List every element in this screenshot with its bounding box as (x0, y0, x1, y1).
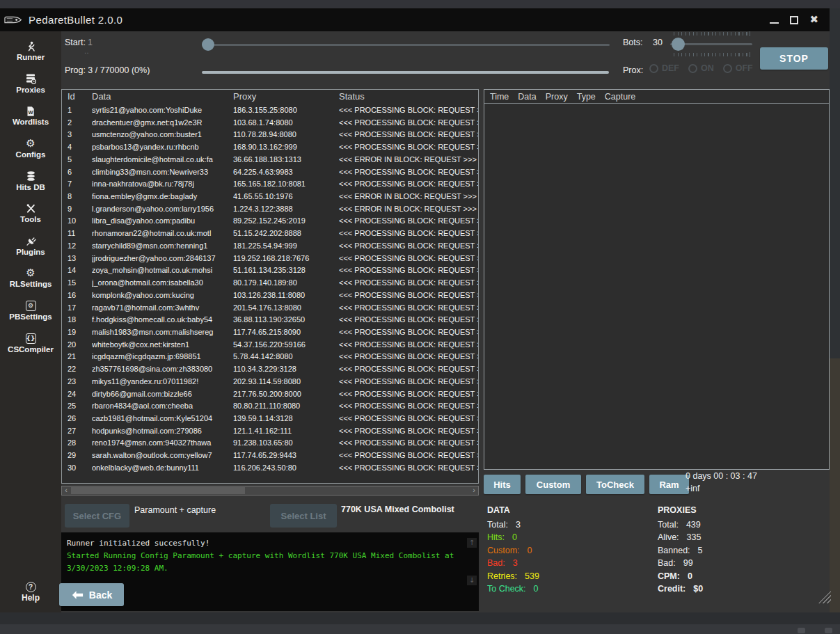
cell-status: <<< PROCESSING BLOCK: REQUEST >>> (339, 314, 478, 326)
table-row[interactable]: 24 dirtyb66@gmail.com:bizzle66 217.76.50… (62, 388, 478, 401)
cell-proxy: 51.161.134.235:3128 (233, 264, 339, 277)
sidebar-item-rlsettings[interactable]: ⚙ RLSettings (0, 262, 61, 294)
cell-id: 21 (68, 351, 92, 363)
cell-proxy: 181.225.54.94:999 (233, 240, 339, 253)
start-stepper[interactable]: ‥ (84, 47, 89, 55)
cell-data: starrychild89@msn.com:henning1 (92, 240, 233, 253)
cell-data: usmctenzo@yahoo.com:buster1 (92, 129, 233, 141)
hits-table-header: TimeDataProxyTypeCapture (484, 90, 829, 104)
back-button[interactable]: Back (59, 583, 124, 606)
log-scroll-up-icon[interactable]: ↑ (467, 538, 477, 548)
sidebar-item-plugins[interactable]: Plugins (0, 230, 61, 262)
table-row[interactable]: 19 malish1983@msn.com:malishsereg 117.74… (62, 326, 478, 339)
sidebar-item-runner[interactable]: Runner (0, 35, 61, 68)
tab-ram[interactable]: Ram (649, 475, 689, 494)
log-scroll-down-icon[interactable]: ↓ (467, 576, 477, 585)
table-row[interactable]: 21 icgdqazm@icgdqazm.jp:698851 5.78.44.1… (62, 351, 478, 363)
table-row[interactable]: 2 drachentuer@gmx.net:q1w2e3R 103.68.1.7… (62, 117, 478, 129)
table-row[interactable]: 27 hodpunks@hotmail.com:279086 121.1.41.… (62, 425, 478, 438)
sidebar-item-wordlists[interactable]: W Wordlists (0, 100, 61, 132)
sidebar-item-cscompiler[interactable]: {} CSCompiler (0, 326, 61, 359)
progress-bar (202, 71, 609, 74)
cell-id: 9 (68, 203, 92, 216)
table-row[interactable]: 28 reno1974@msn.com:940327thawa 91.238.1… (62, 437, 478, 450)
cell-status: <<< PROCESSING BLOCK: REQUEST >>> (339, 425, 478, 438)
proxies-stats: PROXIES Total:439 Alive:335 Banned:5 (658, 505, 818, 595)
cell-status: <<< PROCESSING BLOCK: REQUEST >>> (339, 264, 478, 277)
table-row[interactable]: 8 fiona.embley@gmx.de:baglady 41.65.55.1… (62, 191, 478, 203)
sidebar-item-tools[interactable]: Tools (0, 197, 61, 230)
sidebar-item-hits-db[interactable]: Hits DB (0, 164, 61, 197)
radio-circle-icon (649, 64, 658, 73)
table-row[interactable]: 18 f.hodgkiss@homecall.co.uk:baby54 36.8… (62, 314, 478, 326)
table-row[interactable]: 20 whiteboytk@cox.net:kirsten1 54.37.156… (62, 339, 478, 351)
table-row[interactable]: 16 komplonk@yahoo.com:kucing 103.126.238… (62, 290, 478, 302)
maximize-button[interactable] (790, 16, 798, 24)
scroll-right-icon[interactable]: › (470, 486, 478, 494)
table-row[interactable]: 6 climbing33@msn.com:Newriver33 64.225.4… (62, 166, 478, 179)
table-row[interactable]: 29 sarah.walton@outlook.com:yellow7 117.… (62, 450, 478, 462)
table-row[interactable]: 22 zh357761698@sina.com:zh383080 110.34.… (62, 363, 478, 376)
table-row[interactable]: 30 onkelblacky@web.de:bunny111 116.206.2… (62, 462, 478, 475)
table-row[interactable]: 23 mikys11@yandex.ru:07011982! 202.93.11… (62, 376, 478, 388)
table-row[interactable]: 3 usmctenzo@yahoo.com:buster1 110.78.28.… (62, 129, 478, 141)
select-cfg-button[interactable]: Select CFG (65, 504, 129, 528)
sidebar-item-configs[interactable]: ⚙ Configs (0, 132, 61, 165)
table-row[interactable]: 17 ragavb71@hotmail.com:3whthv 201.54.17… (62, 302, 478, 315)
cell-status: <<< PROCESSING BLOCK: REQUEST >>> (339, 388, 478, 401)
stat-row: Total:3 (487, 518, 647, 531)
cell-status: <<< PROCESSING BLOCK: REQUEST >>> (339, 290, 478, 302)
cell-status: <<< PROCESSING BLOCK: REQUEST >>> (339, 228, 478, 240)
start-label: Start: (65, 38, 86, 47)
tab-hits[interactable]: Hits (484, 475, 521, 494)
table-row[interactable]: 25 rbaron4834@aol.com:cheeba 80.80.211.1… (62, 400, 478, 413)
hits-col: Proxy (546, 92, 568, 102)
stat-row: Retries:539 (487, 570, 647, 583)
start-slider-track[interactable] (202, 44, 610, 46)
table-row[interactable]: 11 rhonamoran22@hotmail.co.uk:motl 51.15… (62, 228, 478, 240)
cell-status: <<< PROCESSING BLOCK: REQUEST >>> (339, 178, 478, 191)
tab-tocheck[interactable]: ToCheck (586, 475, 644, 494)
back-button-label: Back (89, 589, 112, 601)
bots-slider-thumb[interactable] (672, 38, 685, 51)
stop-button[interactable]: STOP (760, 47, 828, 70)
radio-off[interactable]: OFF (723, 63, 753, 73)
table-row[interactable]: 9 l.granderson@yahoo.com:larry1956 1.224… (62, 203, 478, 216)
results-hscrollbar[interactable]: ‹ › (61, 486, 479, 496)
log-lines: Runner initialized succesfully!Started R… (67, 537, 468, 575)
background-strip-bottom-1 (0, 612, 840, 624)
bots-slider[interactable] (670, 32, 752, 57)
hscrollbar-thumb[interactable] (71, 487, 245, 494)
sidebar-item-help[interactable]: ? Help (0, 582, 61, 605)
table-row[interactable]: 5 slaughterdomicile@hotmail.co.uk:fa 36.… (62, 154, 478, 166)
sidebar-item-proxies[interactable]: Proxies (0, 68, 61, 100)
scroll-left-icon[interactable]: ‹ (62, 486, 70, 494)
radio-def[interactable]: DEF (649, 63, 679, 73)
table-row[interactable]: 26 cazb1981@hotmail.com:Kyle51204 139.59… (62, 413, 478, 425)
table-row[interactable]: 1 syrtis21@yahoo.com:YoshiDuke 186.3.155… (62, 104, 478, 117)
start-slider[interactable] (202, 38, 610, 51)
stat-row: Alive:335 (658, 531, 818, 544)
start-value[interactable]: 1 (88, 38, 93, 47)
cell-id: 12 (68, 240, 92, 253)
table-row[interactable]: 7 inna-nakhratova@bk.ru:78j78j 165.165.1… (62, 178, 478, 191)
table-row[interactable]: 13 jjrodriguezher@yahoo.com:2846137 119.… (62, 253, 478, 265)
table-row[interactable]: 12 starrychild89@msn.com:henning1 181.22… (62, 240, 478, 253)
app-logo-bullet-icon (4, 15, 22, 25)
radio-on[interactable]: ON (688, 63, 714, 73)
tab-custom[interactable]: Custom (525, 475, 581, 494)
sidebar-item-pbsettings[interactable]: ⚙ PBSettings (0, 294, 61, 327)
table-row[interactable]: 14 zoya_mohsin@hotmail.co.uk:mohsi 51.16… (62, 264, 478, 277)
minimize-button[interactable] (770, 22, 779, 24)
table-row[interactable]: 10 libra_disa@yahoo.com:padibu 89.252.15… (62, 215, 478, 228)
table-row[interactable]: 15 j_orona@hotmail.com:isabella30 80.179… (62, 277, 478, 290)
select-list-button[interactable]: Select List (270, 504, 337, 528)
cell-status: <<< PROCESSING BLOCK: REQUEST >>> (339, 302, 478, 315)
table-row[interactable]: 4 psbarbos13@yandex.ru:rhbcnb 168.90.13.… (62, 141, 478, 154)
pbsettings-icon: ⚙ (26, 300, 36, 312)
close-button[interactable]: ✖ (809, 15, 818, 25)
start-slider-thumb[interactable] (202, 38, 214, 51)
cell-id: 20 (68, 339, 92, 351)
data-stats: DATA Total:3 Hits:0 Custom:0 (487, 505, 647, 595)
cell-id: 27 (68, 425, 92, 438)
